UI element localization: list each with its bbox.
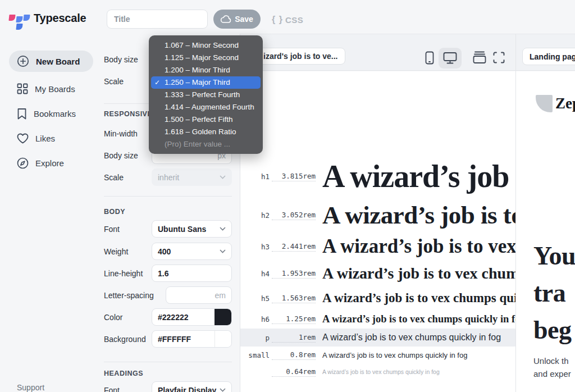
- row-size-value[interactable]: 1.25rem: [272, 314, 316, 324]
- weight-label: Weight: [104, 247, 128, 256]
- scale-option[interactable]: 1.500 – Perfect Fifth: [149, 113, 263, 126]
- section-divider: [104, 196, 232, 197]
- row-tag: h2: [246, 211, 270, 220]
- fullscreen-icon[interactable]: [492, 51, 505, 63]
- sidebar-item-bookmarks[interactable]: Bookmarks: [9, 104, 93, 122]
- scale-option[interactable]: 1.618 – Golden Ratio: [149, 126, 263, 138]
- css-code-button[interactable]: { } CSS: [272, 13, 303, 26]
- section-divider: [104, 362, 232, 362]
- scale-option[interactable]: 1.333 – Perfect Fourth: [149, 89, 263, 101]
- scale-option[interactable]: 1.414 – Augmented Fourth: [149, 101, 263, 113]
- save-button[interactable]: Save: [213, 10, 261, 29]
- sidebar-item-label: New Board: [36, 57, 80, 66]
- desktop-device-button[interactable]: [439, 48, 462, 69]
- browser-icon[interactable]: [472, 50, 487, 65]
- background-row: Background: [104, 330, 232, 348]
- typescale-logo[interactable]: [9, 13, 33, 31]
- row-size-value[interactable]: 0.64rem: [272, 367, 316, 377]
- line-height-input[interactable]: [152, 265, 232, 282]
- bookmark-icon: [17, 108, 27, 120]
- scale-dropdown-menu: 1.067 – Minor Second1.125 – Major Second…: [149, 35, 263, 154]
- preview-row-h1: h13.815remA wizard’s job is to vex chump…: [240, 156, 515, 197]
- headline-line: You: [533, 238, 575, 275]
- responsive-scale-row: Scale inherit: [104, 168, 232, 186]
- sidebar-item-new-board[interactable]: New Board: [9, 51, 93, 72]
- row-sample-text: A wizard’s job is to vex chumps quickly …: [322, 368, 440, 375]
- body-weight-select[interactable]: 400: [152, 243, 232, 260]
- row-size-value[interactable]: 1rem: [272, 333, 316, 343]
- headline-line: beg: [533, 312, 575, 349]
- line-height-label: Line-height: [104, 269, 143, 278]
- chevron-down-icon: [220, 175, 226, 179]
- brand-name: Zep: [555, 95, 575, 112]
- letter-spacing-input[interactable]: em: [166, 286, 232, 304]
- line-height-row: Line-height: [104, 265, 232, 282]
- logo-tile-pink: [8, 15, 15, 21]
- compass-icon: [17, 157, 29, 169]
- row-size-value[interactable]: 1.953rem: [272, 269, 316, 279]
- logo-tile-blue: [16, 16, 22, 22]
- color-label: Color: [104, 313, 122, 322]
- headings-font-label: Font: [104, 386, 120, 392]
- mobile-icon[interactable]: [424, 51, 435, 65]
- row-sample-text: A wizard’s job is to vex chumps quickly …: [322, 200, 515, 230]
- checkmark-icon: ✓: [154, 76, 160, 89]
- scale-option[interactable]: ✓1.250 – Major Third: [151, 76, 261, 89]
- scale-option-label: 1.500 – Perfect Fifth: [165, 115, 233, 124]
- preview-row-h2: h23.052remA wizard’s job is to vex chump…: [240, 198, 515, 232]
- preview-row-small: small0.8remA wizard’s job is to vex chum…: [240, 348, 515, 362]
- body-font-row: Font Ubuntu Sans: [104, 220, 232, 238]
- row-size-value[interactable]: 0.8rem: [272, 350, 316, 360]
- color-hex-input[interactable]: [152, 309, 215, 325]
- headings-font-row: Font Playfair Display: [104, 381, 232, 392]
- scale-option[interactable]: 1.200 – Minor Third: [149, 64, 263, 76]
- row-size-value[interactable]: 3.815rem: [272, 172, 316, 181]
- sidebar-item-support[interactable]: Support: [17, 383, 44, 392]
- letter-spacing-label: Letter-spacing: [104, 291, 154, 300]
- heart-icon: [17, 133, 29, 144]
- background-field: [152, 330, 232, 348]
- row-size-value[interactable]: 3.052rem: [272, 211, 316, 220]
- preview-row-h4: h41.953remA wizard’s job is to vex chump…: [240, 262, 515, 285]
- headings-font-select[interactable]: Playfair Display: [152, 381, 232, 392]
- sidebar-item-label: Explore: [35, 158, 64, 168]
- background-label: Background: [104, 335, 146, 344]
- desktop-icon[interactable]: [443, 52, 457, 65]
- row-tag: p: [246, 334, 270, 342]
- sidebar-item-my-boards[interactable]: My Boards: [9, 80, 93, 98]
- preview-row-h6: h61.25remA wizard’s job is to vex chumps…: [240, 311, 515, 327]
- scale-label: Scale: [104, 77, 124, 86]
- chevron-down-icon: [220, 249, 226, 253]
- row-tag: small: [246, 351, 270, 359]
- save-button-label: Save: [235, 15, 253, 24]
- typescale-preview: h13.815remA wizard’s job is to vex chump…: [240, 71, 515, 392]
- body-font-select[interactable]: Ubuntu Sans: [152, 220, 232, 238]
- row-size-value[interactable]: 2.441rem: [272, 242, 316, 252]
- app-name: Typescale: [34, 12, 86, 25]
- background-swatch[interactable]: [215, 331, 231, 347]
- row-sample-text: A wizard’s job is to vex chumps quickly …: [322, 313, 515, 325]
- body-text-line: and exper: [533, 367, 571, 380]
- template-preview-panel: Zep Youtrabeg Unlock thand exper: [516, 71, 575, 392]
- template-selector[interactable]: Landing pag: [522, 48, 575, 65]
- body-section-heading: BODY: [104, 208, 125, 216]
- preview-row-p: p1remA wizard’s job is to vex chumps qui…: [240, 329, 515, 347]
- sample-text-input[interactable]: [255, 48, 345, 65]
- board-title-input[interactable]: [107, 10, 208, 29]
- chevron-down-icon: [220, 227, 226, 231]
- logo-tile-blue: [23, 15, 30, 21]
- scale-option[interactable]: 1.067 – Minor Second: [149, 39, 263, 52]
- scale-option-label: 1.333 – Perfect Fourth: [165, 90, 240, 99]
- sidebar-item-label: Bookmarks: [34, 109, 76, 118]
- headings-section-heading: HEADINGS: [104, 370, 143, 377]
- sidebar-item-explore[interactable]: Explore: [9, 154, 93, 172]
- background-hex-input[interactable]: [152, 331, 215, 347]
- scale-option[interactable]: 1.125 – Major Second: [149, 52, 263, 64]
- template-headline: Youtrabeg: [533, 238, 575, 349]
- color-swatch[interactable]: [215, 309, 231, 325]
- preview-row-h5: h51.563remA wizard’s job is to vex chump…: [240, 289, 515, 308]
- sidebar-item-likes[interactable]: Likes: [9, 129, 93, 147]
- preview-row-tiny: 0.64remA wizard’s job is to vex chumps q…: [240, 366, 515, 378]
- row-size-value[interactable]: 1.563rem: [272, 294, 316, 303]
- responsive-scale-select[interactable]: inherit: [152, 168, 232, 186]
